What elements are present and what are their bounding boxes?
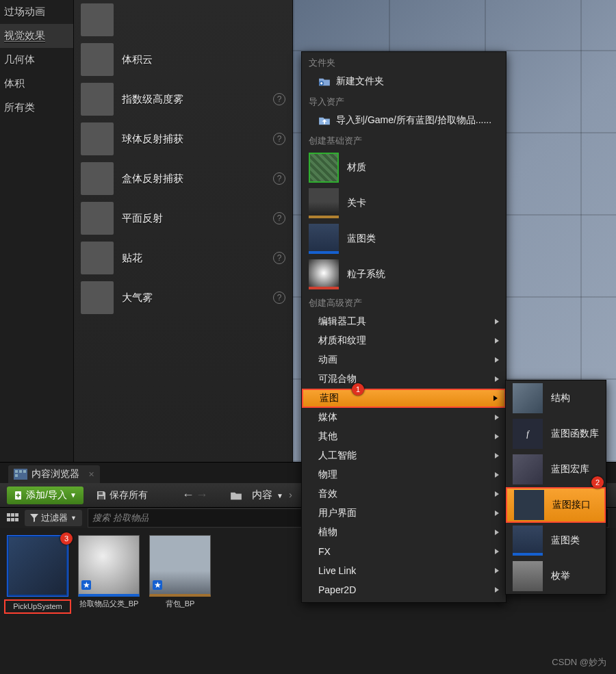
help-icon[interactable]: ? xyxy=(273,212,285,224)
category-all-classes[interactable]: 所有类 xyxy=(0,96,73,120)
menu-label: 植物 xyxy=(318,526,337,539)
folder-icon[interactable] xyxy=(230,491,242,500)
chevron-right-icon xyxy=(495,319,499,324)
svg-rect-3 xyxy=(19,470,22,473)
submenu-蓝图接口[interactable]: 蓝图接口 xyxy=(506,487,606,523)
asset-row-planar-reflection[interactable]: 平面反射 ? xyxy=(74,198,292,238)
menu-植物[interactable]: 植物 xyxy=(302,523,506,542)
asset-name: 背包_BP xyxy=(149,599,211,608)
chevron-right-icon xyxy=(495,491,499,497)
menu-编辑器工具[interactable]: 编辑器工具 xyxy=(302,312,506,331)
help-icon[interactable]: ? xyxy=(273,93,285,105)
chevron-right-icon xyxy=(493,396,498,401)
close-icon[interactable]: ✕ xyxy=(88,470,94,479)
menu-new-folder[interactable]: 新建文件夹 xyxy=(302,72,506,91)
cloud-icon xyxy=(81,43,114,76)
menu-物理[interactable]: 物理 xyxy=(302,465,506,484)
menu-label: 其他 xyxy=(318,430,337,443)
category-geometry[interactable]: 几何体 xyxy=(0,48,73,72)
menu-人工智能[interactable]: 人工智能 xyxy=(302,446,506,465)
category-volumes[interactable]: 体积 xyxy=(0,72,73,96)
category-cinematics[interactable]: 过场动画 xyxy=(0,0,73,24)
help-icon[interactable]: ? xyxy=(273,133,285,145)
menu-particle-system[interactable]: 粒子系统 xyxy=(302,257,506,292)
save-all-button[interactable]: 保存所有 xyxy=(89,487,155,504)
menu-动画[interactable]: 动画 xyxy=(302,350,506,370)
menu-用户界面[interactable]: 用户界面 xyxy=(302,504,506,523)
submenu-蓝图函数库[interactable]: f蓝图函数库 xyxy=(506,416,606,452)
category-sidebar: 过场动画 视觉效果 几何体 体积 所有类 xyxy=(0,0,74,462)
asset-row-decal[interactable]: 贴花 ? xyxy=(74,238,292,278)
menu-fx[interactable]: FX xyxy=(302,542,506,561)
asset-row-exp-height-fog[interactable]: 指数级高度雾 ? xyxy=(74,79,292,119)
menu-可混合物[interactable]: 可混合物 xyxy=(302,370,506,389)
submenu-label: 枚举 xyxy=(551,570,570,582)
tab-content-browser[interactable]: 内容浏览器 ✕ xyxy=(8,465,100,483)
chevron-right-icon xyxy=(495,472,499,478)
asset-card-背包_BP[interactable]: ★背包_BP xyxy=(149,535,211,614)
menu-material[interactable]: 材质 xyxy=(302,150,506,185)
menu-媒体[interactable]: 媒体 xyxy=(302,408,506,427)
nav-back-icon[interactable]: ← xyxy=(182,488,194,502)
submenu-label: 结构 xyxy=(551,392,570,404)
menu-其他[interactable]: 其他 xyxy=(302,427,506,446)
plane-icon xyxy=(81,202,114,235)
filters-button[interactable]: 过滤器 ▼ xyxy=(25,510,82,526)
menu-level[interactable]: 关卡 xyxy=(302,185,506,221)
chevron-right-icon xyxy=(495,510,499,516)
menu-蓝图[interactable]: 蓝图 xyxy=(302,389,506,408)
chevron-right-icon xyxy=(495,530,499,535)
asset-label: 平面反射 xyxy=(122,212,163,225)
asset-card-拾取物品父类_BP[interactable]: ★拾取物品父类_BP xyxy=(78,535,140,614)
filter-label: 过滤器 xyxy=(41,512,68,524)
section-basic: 创建基础资产 xyxy=(302,130,506,150)
menu-import-to[interactable]: 导入到/Game/所有蓝图/拾取物品...... xyxy=(302,111,506,130)
section-import: 导入资产 xyxy=(302,91,506,111)
asset-row-volumetric-cloud[interactable]: 体积云 xyxy=(74,40,292,79)
asset-name: PickUpSystem xyxy=(7,602,68,611)
tab-label: 内容浏览器 xyxy=(31,468,79,480)
asset-thumb-icon xyxy=(81,3,114,36)
menu-label: 材质和纹理 xyxy=(318,335,366,347)
submenu-label: 蓝图接口 xyxy=(552,499,591,511)
menu-blueprint-class[interactable]: 蓝图类 xyxy=(302,221,506,257)
tile-view-icon[interactable] xyxy=(7,513,19,523)
menu-live link[interactable]: Live Link xyxy=(302,561,506,580)
asset-row-box-reflection[interactable]: 盒体反射捕获 ? xyxy=(74,159,292,198)
menu-材质和纹理[interactable]: 材质和纹理 xyxy=(302,331,506,350)
star-icon: ★ xyxy=(81,580,91,590)
asset-row[interactable] xyxy=(74,0,292,40)
watermark: CSDN @妙为 xyxy=(552,656,606,669)
submenu-蓝图类[interactable]: 蓝图类 xyxy=(506,523,606,558)
menu-label: 音效 xyxy=(318,488,337,500)
add-import-button[interactable]: 添加/导入 ▼ xyxy=(7,487,84,504)
submenu-icon xyxy=(513,383,543,413)
caret-down-icon: ▼ xyxy=(70,491,77,499)
menu-音效[interactable]: 音效 xyxy=(302,484,506,504)
submenu-icon xyxy=(513,561,543,591)
menu-label: 人工智能 xyxy=(318,450,357,462)
chevron-right-icon xyxy=(495,453,499,458)
help-icon[interactable]: ? xyxy=(273,252,285,264)
help-icon[interactable]: ? xyxy=(273,172,285,185)
menu-label: 导入到/Game/所有蓝图/拾取物品...... xyxy=(336,114,491,127)
asset-row-sphere-reflection[interactable]: 球体反射捕获 ? xyxy=(74,119,292,159)
asset-card-PickUpSystem[interactable]: PickUpSystem3 xyxy=(7,535,68,614)
menu-label: 可混合物 xyxy=(318,373,357,385)
asset-row-atmos-fog[interactable]: 大气雾 ? xyxy=(74,278,292,317)
chevron-right-icon xyxy=(495,568,499,573)
submenu-结构[interactable]: 结构 xyxy=(506,380,606,416)
particle-icon xyxy=(309,259,339,289)
menu-label: 蓝图 xyxy=(320,392,339,404)
menu-paper2d[interactable]: Paper2D xyxy=(302,580,506,599)
menu-label: 物理 xyxy=(318,469,337,481)
submenu-枚举[interactable]: 枚举 xyxy=(506,558,606,594)
help-icon[interactable]: ? xyxy=(273,291,285,304)
svg-rect-7 xyxy=(99,492,103,495)
nav-forward-icon[interactable]: → xyxy=(196,488,208,502)
breadcrumb[interactable]: 内容 ▼ › xyxy=(252,489,292,502)
category-visual-effects[interactable]: 视觉效果 xyxy=(0,24,73,48)
decal-icon xyxy=(81,242,114,274)
submenu-label: 蓝图宏库 xyxy=(551,463,589,476)
svg-rect-13 xyxy=(11,518,14,521)
